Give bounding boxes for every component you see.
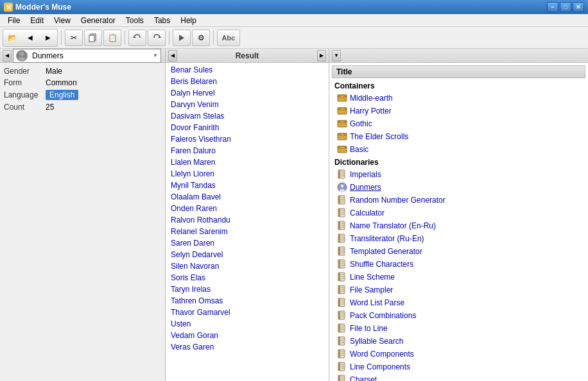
- close-button[interactable]: ✕: [573, 2, 584, 12]
- container-icon: [337, 106, 347, 116]
- result-item[interactable]: Faren Daluro: [166, 145, 329, 157]
- result-item[interactable]: Tathren Omsas: [166, 295, 329, 307]
- svg-rect-12: [340, 108, 344, 110]
- svg-point-29: [340, 189, 345, 192]
- menu-file[interactable]: File: [3, 15, 25, 26]
- tree-item-dict[interactable]: Name Translator (En-Ru): [332, 219, 585, 232]
- tree-item-dict[interactable]: Line Scheme: [332, 271, 585, 284]
- tree-item-dict[interactable]: Calculator: [332, 207, 585, 219]
- toolbar-undo-btn[interactable]: [128, 30, 146, 46]
- left-panel-prev-btn[interactable]: ◀: [3, 50, 12, 62]
- right-panel-dropdown-btn[interactable]: ▼: [332, 50, 341, 62]
- tree-item-dict[interactable]: Word Components: [332, 348, 585, 360]
- menu-view[interactable]: View: [49, 15, 76, 26]
- toolbar-settings-btn[interactable]: ⚙: [192, 30, 210, 46]
- toolbar-paste-btn[interactable]: 📋: [103, 30, 121, 46]
- svg-rect-31: [338, 196, 340, 204]
- menu-tools[interactable]: Tools: [121, 15, 149, 26]
- toolbar-forward-btn[interactable]: ▶: [39, 30, 57, 46]
- result-item[interactable]: Silen Navoran: [166, 260, 329, 272]
- tree-item-label: Basic: [350, 145, 368, 154]
- dict-icon: [337, 259, 347, 269]
- svg-rect-71: [338, 298, 340, 307]
- tree-item-dict[interactable]: File to Line: [332, 322, 585, 335]
- menu-edit[interactable]: Edit: [25, 15, 49, 26]
- results-list[interactable]: Benar SulesBeris BelarenDalyn HervelDarv…: [166, 63, 329, 381]
- tree-item-dict[interactable]: Shuffle Characters: [332, 258, 585, 271]
- tree-item-dict[interactable]: Imperials: [332, 168, 585, 181]
- left-panel-dropdown[interactable]: Dunmers ▼: [13, 49, 161, 63]
- tree-item-dict[interactable]: Random Number Generator: [332, 194, 585, 207]
- container-icon: [337, 144, 347, 155]
- toolbar-copy-btn[interactable]: [84, 30, 102, 46]
- menu-generator[interactable]: Generator: [76, 15, 121, 26]
- toolbar-redo-btn[interactable]: [148, 30, 166, 46]
- result-item[interactable]: Llelyn Lloren: [166, 168, 329, 180]
- menu-help[interactable]: Help: [175, 15, 202, 26]
- minimize-button[interactable]: −: [547, 2, 558, 12]
- tree-item-dict[interactable]: Pack Combinations: [332, 309, 585, 322]
- svg-point-28: [341, 185, 344, 188]
- result-item[interactable]: Relanel Sarenim: [166, 226, 329, 237]
- result-item[interactable]: Vedam Goran: [166, 330, 329, 341]
- toolbar-abc-btn[interactable]: Abc: [217, 30, 240, 46]
- result-item[interactable]: Benar Sules: [166, 64, 329, 76]
- result-item[interactable]: Taryn Irelas: [166, 284, 329, 295]
- tree-item-container[interactable]: Middle-earth: [332, 92, 585, 105]
- tree-item-dict[interactable]: File Sampler: [332, 284, 585, 296]
- result-item[interactable]: Mynil Tandas: [166, 180, 329, 191]
- tree-item-dict[interactable]: Word List Parse: [332, 296, 585, 309]
- tree-item-container[interactable]: Basic: [332, 143, 585, 156]
- svg-rect-61: [338, 273, 340, 281]
- result-item[interactable]: Ralvon Rothandu: [166, 214, 329, 226]
- tree-area[interactable]: Title Containers Middle-earth Harry Pott…: [329, 63, 588, 381]
- toolbar-cut-btn[interactable]: ✂: [65, 30, 83, 46]
- left-panel-dropdown-value: Dunmers: [32, 51, 64, 60]
- tree-item-container[interactable]: Harry Potter: [332, 105, 585, 117]
- middle-panel-prev-btn[interactable]: ◀: [168, 50, 177, 62]
- svg-rect-66: [338, 285, 340, 294]
- result-item[interactable]: Dasivam Stelas: [166, 110, 329, 122]
- result-item[interactable]: Usten: [166, 318, 329, 330]
- tree-item-dict[interactable]: Transliterator (Ru-En): [332, 232, 585, 245]
- dict-icon: [337, 195, 347, 205]
- prop-count-label: Count: [4, 103, 46, 112]
- tree-item-dict[interactable]: Line Components: [332, 360, 585, 373]
- toolbar-open-btn[interactable]: 📂: [3, 30, 21, 46]
- tree-item-dict[interactable]: Charset: [332, 373, 585, 381]
- tree-item-dict[interactable]: Dunmers: [332, 181, 585, 194]
- result-item[interactable]: Beris Belaren: [166, 76, 329, 87]
- tree-item-label: Dunmers: [350, 183, 381, 192]
- result-item[interactable]: Selyn Dedarvel: [166, 249, 329, 260]
- toolbar-sep-4: [213, 31, 214, 45]
- result-item[interactable]: Faleros Visethran: [166, 133, 329, 145]
- tree-item-dict[interactable]: Syllable Search: [332, 335, 585, 348]
- dict-icon: [337, 246, 347, 257]
- svg-rect-23: [338, 170, 340, 178]
- result-item[interactable]: Veras Garen: [166, 341, 329, 353]
- menu-tabs[interactable]: Tabs: [149, 15, 175, 26]
- prop-gender-value: Male: [46, 67, 62, 76]
- middle-panel-next-btn[interactable]: ▶: [317, 50, 326, 62]
- result-item[interactable]: Dovor Fanirith: [166, 122, 329, 133]
- tree-item-container[interactable]: The Elder Scrolls: [332, 130, 585, 143]
- tree-item-label: Word List Parse: [350, 298, 404, 307]
- result-item[interactable]: Onden Raren: [166, 203, 329, 214]
- app-icon: ⚒: [4, 3, 13, 12]
- result-item[interactable]: Darvyn Venim: [166, 99, 329, 110]
- result-item[interactable]: Saren Daren: [166, 237, 329, 249]
- result-item[interactable]: Thavor Gamarvel: [166, 307, 329, 318]
- toolbar-back-btn[interactable]: ◀: [21, 30, 39, 46]
- prop-form-label: Form: [4, 78, 46, 87]
- maximize-button[interactable]: □: [560, 2, 571, 12]
- tree-item-dict[interactable]: Templated Generator: [332, 245, 585, 258]
- result-item[interactable]: Llalen Maren: [166, 157, 329, 168]
- tree-item-container[interactable]: Gothic: [332, 117, 585, 130]
- dict-icon: [337, 208, 347, 218]
- result-item[interactable]: Olaalam Bavel: [166, 191, 329, 203]
- result-item[interactable]: Dalyn Hervel: [166, 87, 329, 99]
- container-icon: [337, 131, 347, 142]
- tree-item-label: Line Scheme: [350, 273, 395, 282]
- toolbar-play-btn[interactable]: [173, 30, 191, 46]
- result-item[interactable]: Soris Elas: [166, 272, 329, 284]
